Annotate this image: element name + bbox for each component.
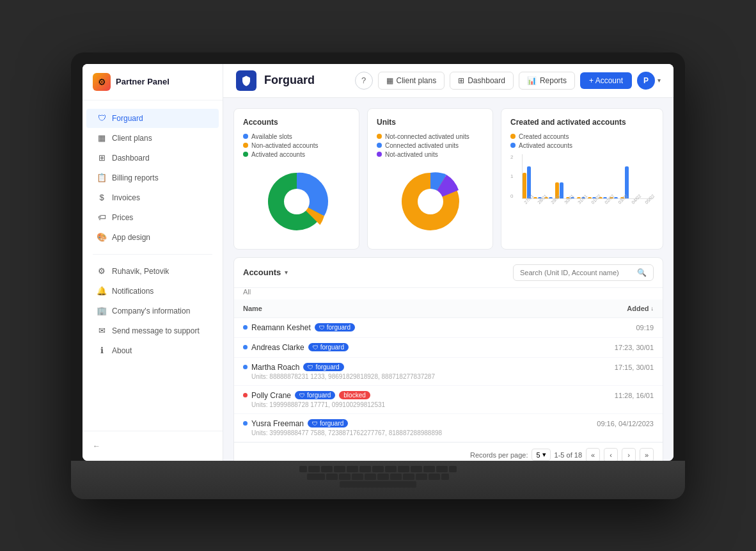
status-dot bbox=[243, 365, 248, 369]
legend-dot-nonactivated bbox=[243, 143, 248, 148]
sidebar-item-app-design[interactable]: 🎨 App design bbox=[86, 228, 219, 247]
topbar: Forguard ? ▦ Client plans ⊞ Dashboard bbox=[223, 64, 673, 98]
legend-dot-connected bbox=[377, 143, 382, 148]
sidebar-item-prices[interactable]: 🏷 Prices bbox=[86, 208, 219, 227]
sidebar-footer: ← bbox=[83, 431, 223, 461]
first-page-button[interactable]: « bbox=[586, 448, 600, 461]
shield-tag-icon: 🛡 bbox=[312, 420, 318, 427]
sidebar-logo: ⚙ Partner Panel bbox=[83, 64, 223, 100]
table-icon: ▦ bbox=[386, 76, 393, 85]
main-content: Forguard ? ▦ Client plans ⊞ Dashboard bbox=[223, 64, 673, 461]
client-plans-button[interactable]: ▦ Client plans bbox=[378, 72, 445, 90]
sidebar-item-client-plans[interactable]: ▦ Client plans bbox=[86, 129, 219, 148]
legend-dot-not-activated bbox=[377, 152, 382, 157]
bar-chart-card: Created and activated accounts Created a… bbox=[501, 108, 663, 250]
content-area: Accounts Available slots Non-activated a… bbox=[223, 98, 673, 461]
y-label-1: 1 bbox=[510, 173, 513, 179]
table-row[interactable]: Reamann Keshet 🛡 forguard 09:19 bbox=[234, 318, 663, 338]
message-icon: ✉ bbox=[97, 326, 107, 336]
logo-icon: ⚙ bbox=[93, 73, 111, 91]
sidebar-item-forguard[interactable]: 🛡 Forguard bbox=[86, 109, 219, 128]
row-top: Polly Crane 🛡 forguard blocked bbox=[243, 391, 654, 400]
accounts-chart-card: Accounts Available slots Non-activated a… bbox=[233, 108, 359, 250]
sort-icon[interactable]: ↓ bbox=[651, 305, 654, 312]
sidebar-item-user[interactable]: ⚙ Ruhavik, Petovik bbox=[86, 262, 219, 281]
sidebar-item-notifications[interactable]: 🔔 Notifications bbox=[86, 282, 219, 301]
dollar-icon: $ bbox=[97, 193, 107, 203]
sidebar-item-company[interactable]: 🏢 Company's information bbox=[86, 301, 219, 321]
col-header-added: Added ↓ bbox=[627, 305, 654, 312]
col-header-name: Name bbox=[243, 305, 262, 312]
legend-dot-activated bbox=[243, 152, 248, 157]
status-dot bbox=[243, 345, 248, 349]
row-name: Polly Crane bbox=[251, 391, 291, 400]
dashboard-button[interactable]: ⊞ Dashboard bbox=[450, 72, 514, 90]
units-chart-card: Units Not-connected activated units Conn… bbox=[367, 108, 493, 250]
user-dropdown-arrow: ▾ bbox=[658, 77, 661, 84]
info-icon: ℹ bbox=[97, 346, 107, 356]
list-icon: ▦ bbox=[97, 133, 107, 143]
shield-tag-icon: 🛡 bbox=[299, 392, 305, 399]
svg-point-3 bbox=[418, 189, 443, 214]
tag-forguard: 🛡 forguard bbox=[295, 391, 335, 399]
row-top: Reamann Keshet 🛡 forguard 09:19 bbox=[243, 323, 654, 332]
row-name-area: Martha Roach 🛡 forguard bbox=[243, 363, 344, 372]
sidebar-item-about[interactable]: ℹ About bbox=[86, 341, 219, 360]
row-name: Andreas Clarke bbox=[251, 343, 304, 352]
legend-connected: Connected activated units bbox=[377, 142, 484, 149]
nav-divider bbox=[93, 254, 212, 255]
tag-forguard: 🛡 forguard bbox=[303, 363, 343, 371]
row-units: Units: 88888878231 1233, 98691829818928,… bbox=[243, 373, 654, 380]
table-row[interactable]: Martha Roach 🛡 forguard 17:15, 30/01 Uni… bbox=[234, 358, 663, 386]
row-units: Units: 19999888728 17771, 09910029981253… bbox=[243, 401, 654, 408]
sidebar-item-support[interactable]: ✉ Send message to support bbox=[86, 321, 219, 340]
reports-button[interactable]: 📊 Reports bbox=[519, 72, 575, 90]
settings-icon: ⚙ bbox=[97, 266, 107, 276]
next-page-button[interactable]: › bbox=[622, 448, 636, 461]
topbar-left: Forguard bbox=[236, 70, 315, 91]
tag-forguard: 🛡 forguard bbox=[315, 323, 355, 331]
nav-main-section: 🛡 Forguard ▦ Client plans ⊞ Dashboard bbox=[83, 106, 223, 250]
legend-bar-activated: Activated accounts bbox=[510, 142, 654, 149]
help-button[interactable]: ? bbox=[355, 72, 373, 90]
palette-icon: 🎨 bbox=[97, 232, 107, 243]
search-icon: 🔍 bbox=[637, 268, 647, 277]
last-page-button[interactable]: » bbox=[640, 448, 654, 461]
sidebar-item-invoices[interactable]: $ Invoices bbox=[86, 188, 219, 207]
shield-icon: 🛡 bbox=[97, 113, 107, 124]
bars-container bbox=[522, 154, 654, 199]
row-name-area: Reamann Keshet 🛡 forguard bbox=[243, 323, 355, 332]
nav-user-section: ⚙ Ruhavik, Petovik 🔔 Notifications 🏢 Com… bbox=[83, 259, 223, 363]
user-avatar: P bbox=[637, 72, 655, 90]
prev-page-button[interactable]: ‹ bbox=[604, 448, 618, 461]
per-page-dropdown-arrow: ▾ bbox=[542, 451, 546, 459]
table-row[interactable]: Polly Crane 🛡 forguard blocked bbox=[234, 386, 663, 414]
legend-nonactivated: Non-activated accounts bbox=[243, 142, 350, 149]
column-headers: Name Added ↓ bbox=[234, 299, 663, 318]
bar-activated-3 bbox=[549, 197, 553, 198]
units-chart-title: Units bbox=[377, 118, 484, 127]
records-per-page-label: Records per page: bbox=[470, 451, 528, 459]
filter-all-label[interactable]: All bbox=[234, 288, 663, 299]
search-input[interactable] bbox=[520, 269, 633, 276]
tag-forguard: 🛡 forguard bbox=[308, 343, 349, 351]
status-dot bbox=[243, 421, 248, 426]
per-page-select[interactable]: 5 ▾ bbox=[532, 449, 550, 461]
bar-created-7 bbox=[588, 197, 592, 198]
sidebar-item-dashboard[interactable]: ⊞ Dashboard bbox=[86, 148, 219, 168]
table-title-area: Accounts ▾ bbox=[243, 268, 288, 277]
status-dot bbox=[243, 325, 248, 330]
legend-activated: Activated accounts bbox=[243, 151, 350, 158]
forguard-brand-icon bbox=[236, 70, 256, 91]
table-row[interactable]: Yusra Freeman 🛡 forguard 09:16, 04/12/20… bbox=[234, 414, 663, 442]
add-account-button[interactable]: + Account bbox=[580, 72, 632, 89]
table-dropdown-arrow[interactable]: ▾ bbox=[285, 269, 288, 276]
sidebar-item-billing-reports[interactable]: 📋 Billing reports bbox=[86, 168, 219, 188]
table-row[interactable]: Andreas Clarke 🛡 forguard 17:23, 30/01 bbox=[234, 338, 663, 358]
user-menu[interactable]: P ▾ bbox=[637, 72, 661, 90]
units-legend: Not-connected activated units Connected … bbox=[377, 133, 484, 158]
y-label-0: 0 bbox=[510, 193, 513, 199]
sidebar-collapse-button[interactable]: ← bbox=[83, 436, 223, 456]
bar-chart-title: Created and activated accounts bbox=[510, 118, 654, 127]
accounts-table: Accounts ▾ 🔍 All Name bbox=[233, 257, 663, 461]
